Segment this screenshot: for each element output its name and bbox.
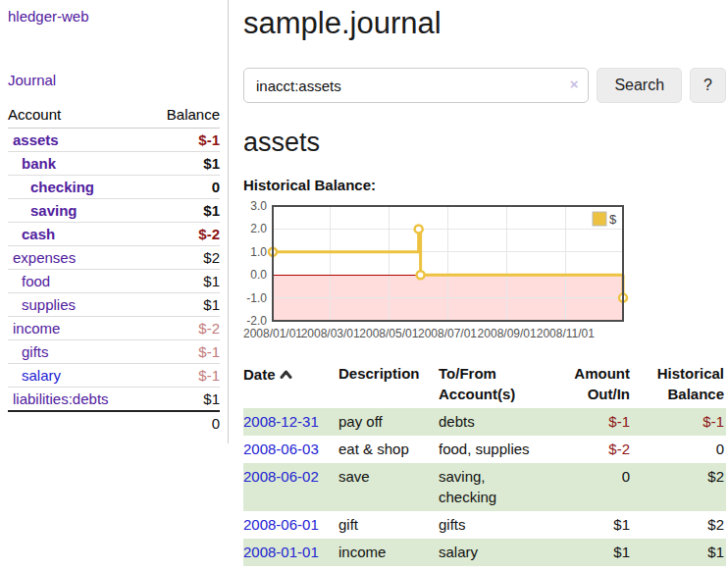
amount-cell: $-2	[545, 436, 638, 463]
accounts-cell: salary	[439, 539, 545, 566]
account-balance: $1	[146, 199, 220, 223]
amount-cell: $-1	[545, 408, 638, 436]
account-balance: $1	[146, 152, 220, 176]
clear-search-icon[interactable]: ×	[570, 77, 579, 91]
help-button[interactable]: ?	[690, 68, 726, 103]
column-header-date[interactable]: Date	[243, 359, 338, 408]
account-row: expenses$2	[8, 246, 220, 270]
column-header-amount: Amount Out/In	[545, 359, 638, 408]
accounts-cell: saving, checking	[439, 463, 545, 511]
svg-text:-1.0: -1.0	[246, 291, 267, 305]
account-link[interactable]: salary	[22, 367, 61, 384]
svg-text:-2.0: -2.0	[246, 314, 267, 328]
account-row: bank$1	[8, 152, 220, 176]
description-cell: pay off	[338, 408, 439, 436]
accounts-total-value: 0	[146, 411, 220, 435]
register-table: Date Description To/From Account(s) Amou…	[243, 359, 726, 566]
account-balance: $1	[146, 293, 220, 317]
accounts-table: Account Balance assets$-1bank$1checking0…	[8, 103, 220, 435]
svg-text:1.0: 1.0	[250, 245, 267, 259]
account-name-cell: salary	[8, 364, 146, 388]
account-row: gifts$-1	[8, 340, 220, 364]
register-header-row: Date Description To/From Account(s) Amou…	[243, 359, 726, 408]
account-balance: 0	[146, 176, 220, 199]
description-cell: eat & shop	[338, 436, 439, 463]
chart-title-label: Historical Balance:	[243, 177, 726, 193]
accounts-total-spacer	[8, 411, 146, 435]
accounts-cell: food, supplies	[439, 436, 545, 463]
accounts-header-row: Account Balance	[8, 103, 220, 129]
description-cell: gift	[338, 511, 439, 539]
account-name-cell: income	[8, 317, 146, 340]
account-link[interactable]: food	[22, 273, 50, 289]
account-link[interactable]: saving	[30, 202, 78, 219]
account-link[interactable]: supplies	[22, 296, 76, 313]
transaction-date-link[interactable]: 2008-06-02	[243, 468, 319, 485]
account-name-cell: expenses	[8, 246, 146, 270]
account-link[interactable]: cash	[22, 226, 55, 242]
svg-text:2008/05/01: 2008/05/01	[359, 327, 418, 340]
sidebar-item-journal[interactable]: Journal	[8, 72, 56, 88]
search-input-wrap: ×	[243, 68, 589, 103]
balance-column-header: Balance	[146, 103, 220, 129]
account-row: cash$-2	[8, 223, 220, 246]
register-row: 2008-01-01incomesalary$1$1	[243, 539, 726, 566]
account-balance: $2	[146, 246, 220, 270]
date-cell: 2008-06-02	[243, 463, 338, 511]
account-row: salary$-1	[8, 364, 220, 388]
account-row: food$1	[8, 270, 220, 293]
account-link[interactable]: income	[13, 320, 60, 337]
account-name-cell: food	[8, 270, 146, 293]
account-row: supplies$1	[8, 293, 220, 317]
account-balance: $-2	[146, 317, 220, 340]
account-name-cell: assets	[8, 129, 146, 152]
account-link[interactable]: liabilities:debts	[13, 390, 109, 407]
hledger-web-brand-link[interactable]: hledger-web	[8, 8, 89, 25]
amount-cell: $1	[545, 539, 638, 566]
page: hledger-web Journal Account Balance asse…	[0, 0, 728, 571]
date-cell: 2008-06-03	[243, 436, 338, 463]
description-cell: income	[338, 539, 439, 566]
balance-cell: $2	[638, 463, 726, 511]
account-row: income$-2	[8, 317, 220, 340]
balance-chart: $3.02.01.00.0-1.0-2.02008/01/012008/03/0…	[243, 199, 704, 346]
svg-text:3.0: 3.0	[250, 199, 267, 213]
account-link[interactable]: assets	[13, 131, 59, 148]
account-name-cell: bank	[8, 152, 146, 176]
register-row: 2008-06-01giftgifts$1$2	[243, 511, 726, 539]
svg-text:2008/03/01: 2008/03/01	[301, 327, 360, 340]
account-link[interactable]: gifts	[22, 343, 49, 360]
account-balance: $-1	[146, 340, 220, 364]
account-name-cell: liabilities:debts	[8, 388, 146, 412]
register-table-body: 2008-12-31pay offdebts$-1$-12008-06-03ea…	[243, 408, 726, 566]
transaction-date-link[interactable]: 2008-06-03	[243, 441, 319, 457]
svg-text:2.0: 2.0	[250, 222, 267, 235]
date-header-label: Date	[243, 366, 276, 383]
amount-cell: 0	[545, 463, 638, 511]
balance-cell: $1	[638, 539, 726, 566]
page-title: sample.journal	[243, 6, 726, 41]
account-link[interactable]: expenses	[13, 249, 76, 266]
balance-cell: $2	[638, 511, 726, 539]
transaction-date-link[interactable]: 2008-06-01	[243, 516, 319, 533]
main-content: sample.journal × Search ? assets Histori…	[243, 0, 726, 566]
account-heading: assets	[243, 128, 726, 158]
transaction-date-link[interactable]: 2008-12-31	[243, 413, 319, 430]
search-button[interactable]: Search	[597, 68, 682, 103]
accounts-total-row: 0	[8, 411, 220, 435]
register-row: 2008-12-31pay offdebts$-1$-1	[243, 408, 726, 436]
search-form: × Search ?	[243, 68, 726, 103]
account-row: saving$1	[8, 199, 220, 223]
account-link[interactable]: checking	[30, 179, 94, 195]
account-balance: $1	[146, 388, 220, 412]
account-name-cell: checking	[8, 176, 146, 199]
account-row: liabilities:debts$1	[8, 388, 220, 412]
search-input[interactable]	[243, 68, 589, 103]
sort-ascending-icon	[280, 363, 292, 384]
account-link[interactable]: bank	[22, 155, 56, 172]
balance-cell: 0	[638, 436, 726, 463]
transaction-date-link[interactable]: 2008-01-01	[243, 544, 319, 560]
account-row: assets$-1	[8, 129, 220, 152]
register-row: 2008-06-03eat & shopfood, supplies$-20	[243, 436, 726, 463]
column-header-accounts: To/From Account(s)	[439, 359, 545, 408]
